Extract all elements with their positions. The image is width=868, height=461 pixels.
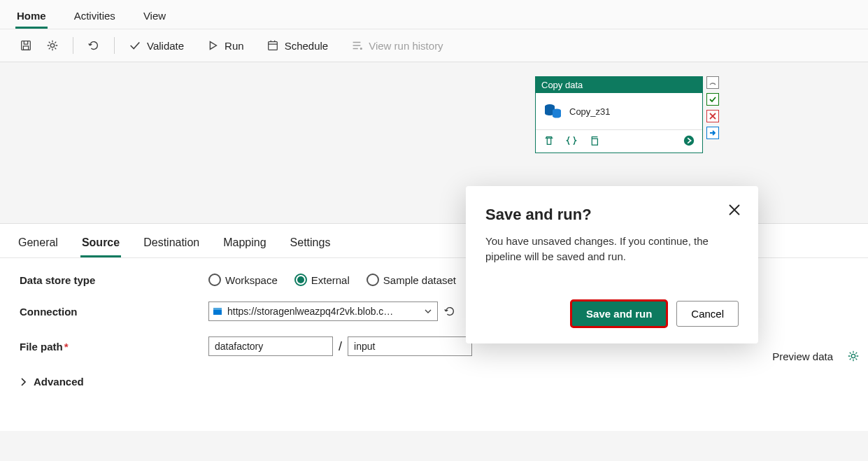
data-store-type-label: Data store type bbox=[20, 274, 208, 286]
top-tabs: Home Activities View bbox=[0, 0, 868, 29]
activity-name: Copy_z31 bbox=[569, 106, 611, 117]
svg-rect-0 bbox=[22, 41, 31, 50]
play-icon bbox=[206, 39, 219, 52]
chevron-down-icon bbox=[425, 308, 432, 315]
svg-rect-10 bbox=[213, 308, 222, 310]
refresh-icon[interactable] bbox=[443, 305, 456, 318]
run-label: Run bbox=[225, 40, 244, 52]
preview-gear-icon[interactable] bbox=[847, 350, 860, 362]
connector-success[interactable] bbox=[706, 93, 719, 106]
path-separator: / bbox=[339, 339, 342, 354]
database-icon bbox=[543, 101, 562, 121]
svg-rect-3 bbox=[268, 42, 277, 50]
activity-copy-data[interactable]: Copy data Copy_z31 bbox=[535, 76, 703, 153]
schedule-label: Schedule bbox=[285, 40, 329, 52]
dialog-title: Save and run? bbox=[485, 206, 739, 224]
svg-point-4 bbox=[361, 48, 362, 50]
radio-external[interactable]: External bbox=[294, 274, 350, 286]
schedule-button[interactable]: Schedule bbox=[262, 36, 333, 55]
undo-icon bbox=[87, 39, 100, 52]
undo-button[interactable] bbox=[83, 36, 104, 55]
view-run-history-button[interactable]: View run history bbox=[346, 36, 447, 55]
save-icon bbox=[20, 39, 32, 52]
curly-braces-icon[interactable] bbox=[565, 134, 578, 147]
file-path-label: File path* bbox=[20, 341, 208, 353]
folder-input[interactable]: input bbox=[348, 336, 472, 356]
svg-rect-1 bbox=[23, 46, 28, 50]
radio-sample[interactable]: Sample dataset bbox=[367, 274, 456, 286]
svg-point-11 bbox=[851, 354, 855, 357]
activity-header: Copy data bbox=[536, 77, 702, 93]
gear-icon bbox=[46, 39, 59, 52]
svg-point-8 bbox=[684, 136, 694, 146]
separator bbox=[114, 37, 115, 54]
run-button[interactable]: Run bbox=[202, 36, 248, 55]
settings-gear-button[interactable] bbox=[42, 36, 63, 55]
preview-data-link[interactable]: Preview data bbox=[772, 350, 833, 362]
save-and-run-dialog: Save and run? You have unsaved changes. … bbox=[466, 186, 758, 343]
connector-deactivate[interactable] bbox=[706, 76, 719, 89]
arrow-right-circle-icon[interactable] bbox=[683, 134, 695, 147]
trash-icon[interactable] bbox=[543, 134, 555, 147]
svg-rect-7 bbox=[592, 139, 597, 145]
svg-point-2 bbox=[50, 43, 54, 47]
save-button[interactable] bbox=[15, 36, 36, 55]
tab-general[interactable]: General bbox=[17, 234, 59, 257]
check-icon bbox=[129, 39, 141, 52]
tab-view[interactable]: View bbox=[142, 6, 167, 29]
close-icon bbox=[727, 203, 741, 217]
radio-workspace[interactable]: Workspace bbox=[208, 274, 278, 286]
container-input[interactable]: datafactory bbox=[208, 336, 333, 356]
tab-activities[interactable]: Activities bbox=[73, 6, 117, 29]
connection-label: Connection bbox=[20, 306, 208, 318]
save-and-run-button[interactable]: Save and run bbox=[571, 301, 667, 327]
connector-completion[interactable] bbox=[706, 127, 719, 139]
cancel-button[interactable]: Cancel bbox=[676, 301, 739, 327]
connection-dropdown[interactable]: https://storagenlweazpq4r2vk.blob.c… bbox=[208, 302, 438, 321]
radio-external-label: External bbox=[311, 274, 350, 286]
list-icon bbox=[350, 39, 363, 52]
radio-sample-label: Sample dataset bbox=[383, 274, 456, 286]
tab-home[interactable]: Home bbox=[15, 6, 48, 29]
toolbar: Validate Run Schedule View run history bbox=[0, 29, 868, 62]
validate-label: Validate bbox=[147, 40, 184, 52]
advanced-label: Advanced bbox=[34, 376, 84, 388]
tab-source[interactable]: Source bbox=[80, 234, 121, 257]
chevron-right-icon bbox=[20, 378, 28, 386]
radio-workspace-label: Workspace bbox=[225, 274, 278, 286]
close-button[interactable] bbox=[727, 203, 741, 217]
tab-settings[interactable]: Settings bbox=[289, 234, 332, 257]
storage-icon bbox=[213, 306, 222, 316]
calendar-icon bbox=[266, 39, 279, 52]
validate-button[interactable]: Validate bbox=[124, 36, 188, 55]
tab-mapping[interactable]: Mapping bbox=[222, 234, 267, 257]
tab-destination[interactable]: Destination bbox=[142, 234, 201, 257]
required-star: * bbox=[64, 341, 69, 353]
connector-fail[interactable] bbox=[706, 110, 719, 122]
advanced-toggle[interactable]: Advanced bbox=[20, 376, 848, 388]
connection-value: https://storagenlweazpq4r2vk.blob.c… bbox=[227, 306, 425, 317]
dialog-body: You have unsaved changes. If you continu… bbox=[485, 234, 739, 264]
activity-connectors bbox=[706, 76, 719, 139]
separator bbox=[73, 37, 73, 54]
copy-icon[interactable] bbox=[588, 134, 600, 147]
view-run-history-label: View run history bbox=[369, 40, 443, 52]
